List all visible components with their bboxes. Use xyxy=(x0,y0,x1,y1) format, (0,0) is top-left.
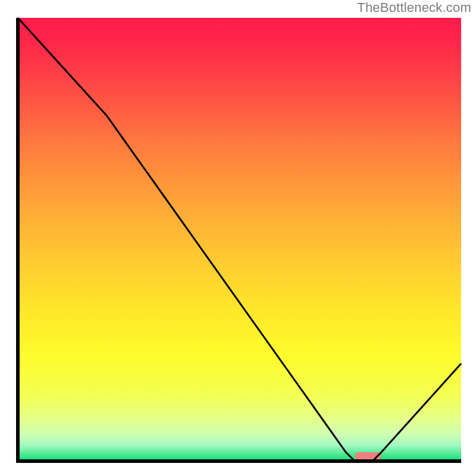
plot-background xyxy=(18,18,461,461)
chart-container: TheBottleneck.com xyxy=(0,0,476,476)
attribution-text: TheBottleneck.com xyxy=(357,0,471,15)
chart-svg xyxy=(0,0,476,476)
